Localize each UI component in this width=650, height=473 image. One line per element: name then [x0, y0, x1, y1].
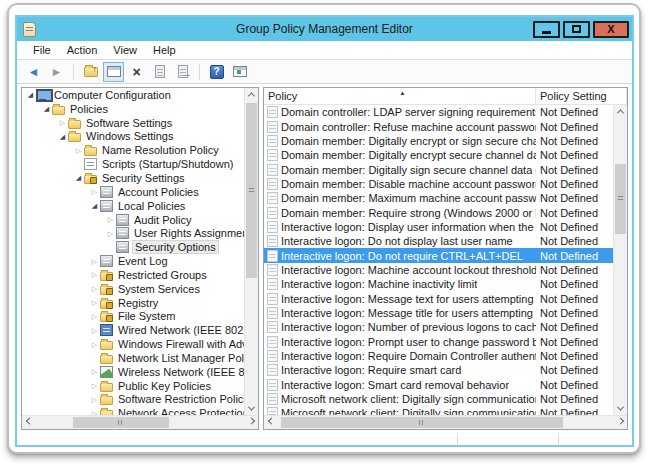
policy-row[interactable]: Interactive logon: Display user informat… [264, 220, 613, 234]
expander-collapsed-icon[interactable]: ▷ [89, 258, 100, 265]
list-hscrollbar-thumb[interactable] [281, 417, 562, 428]
tree-item[interactable]: ▷System Services [22, 282, 244, 296]
policy-row[interactable]: Interactive logon: Do not display last u… [264, 234, 613, 248]
policy-row[interactable]: Microsoft network client: Digitally sign… [264, 392, 613, 406]
policy-row[interactable]: Interactive logon: Do not require CTRL+A… [264, 248, 613, 262]
list-vertical-scrollbar[interactable] [613, 105, 627, 415]
tree-item[interactable]: ▷Public Key Policies [22, 379, 244, 393]
tree-item[interactable]: ▷Software Settings [22, 116, 244, 130]
scroll-right-button[interactable] [613, 416, 627, 429]
tree-item[interactable]: ▷Network Access Protection [22, 406, 244, 415]
expander-collapsed-icon[interactable]: ▷ [89, 368, 100, 375]
expander-collapsed-icon[interactable]: ▷ [89, 327, 100, 334]
menu-help[interactable]: Help [145, 44, 184, 56]
tree-item[interactable]: ▷Event Log [22, 254, 244, 268]
expander-collapsed-icon[interactable]: ▷ [89, 382, 100, 389]
tree-item[interactable]: ◢Security Settings [22, 171, 244, 185]
policy-row[interactable]: Domain member: Maximum machine account p… [264, 191, 613, 205]
up-one-level-button[interactable] [80, 62, 101, 82]
expander-expanded-icon[interactable]: ◢ [73, 174, 84, 181]
expander-collapsed-icon[interactable]: ▷ [89, 313, 100, 320]
scroll-down-button[interactable] [614, 402, 627, 415]
policy-row[interactable]: Interactive logon: Require Domain Contro… [264, 349, 613, 363]
tree-horizontal-scrollbar[interactable] [22, 415, 258, 429]
scroll-up-button[interactable] [245, 88, 258, 101]
policy-row[interactable]: Domain member: Disable machine account p… [264, 177, 613, 191]
policy-row[interactable]: Domain member: Digitally encrypt secure … [264, 148, 613, 162]
policy-row[interactable]: Interactive logon: Message title for use… [264, 306, 613, 320]
tree-item[interactable]: ◢Local Policies [22, 199, 244, 213]
policy-row[interactable]: Interactive logon: Message text for user… [264, 291, 613, 305]
tree-item[interactable]: ▷Wireless Network (IEEE 802.11) [22, 365, 244, 379]
scroll-up-button[interactable] [614, 105, 627, 118]
export-list-button[interactable] [172, 62, 193, 82]
policy-row[interactable]: Domain controller: LDAP server signing r… [264, 105, 613, 119]
tree-item[interactable]: Security Options [22, 240, 244, 254]
title-bar[interactable]: Group Policy Management Editor X [17, 17, 632, 41]
tree-item[interactable]: ▷Wired Network (IEEE 802.3) Poli [22, 323, 244, 337]
close-button[interactable]: X [593, 21, 629, 38]
policy-row[interactable]: Interactive logon: Machine account locko… [264, 263, 613, 277]
menu-action[interactable]: Action [59, 44, 106, 56]
menu-view[interactable]: View [105, 44, 145, 56]
tree-item[interactable]: ▷Windows Firewall with Advanc [22, 337, 244, 351]
tree-hscrollbar-thumb[interactable] [73, 417, 169, 428]
list-scrollbar-thumb[interactable] [615, 164, 626, 234]
policy-row[interactable]: Interactive logon: Smart card removal be… [264, 378, 613, 392]
tree-scrollbar-thumb[interactable] [246, 103, 257, 278]
expander-collapsed-icon[interactable]: ▷ [89, 299, 100, 306]
expander-collapsed-icon[interactable]: ▷ [89, 341, 100, 348]
expander-expanded-icon[interactable]: ◢ [89, 202, 100, 209]
tree-item[interactable]: ▷File System [22, 310, 244, 324]
policy-row[interactable]: Domain member: Digitally encrypt or sign… [264, 134, 613, 148]
expander-collapsed-icon[interactable]: ▷ [105, 216, 116, 223]
tree-item[interactable]: ▷Name Resolution Policy [22, 143, 244, 157]
tree-item[interactable]: ▷Account Policies [22, 185, 244, 199]
tree-item[interactable]: ▷Audit Policy [22, 213, 244, 227]
scroll-right-button[interactable] [244, 416, 258, 429]
policy-row[interactable]: Interactive logon: Machine inactivity li… [264, 277, 613, 291]
minimize-button[interactable] [533, 21, 560, 38]
tree-item[interactable]: ▷Registry [22, 296, 244, 310]
policy-row[interactable]: Interactive logon: Prompt user to change… [264, 335, 613, 349]
column-header-policy-setting[interactable]: Policy Setting [536, 88, 627, 104]
column-header-policy[interactable]: Policy ▲ [264, 88, 536, 104]
help-button[interactable]: ? [206, 62, 227, 82]
console-window-button[interactable] [229, 62, 250, 82]
expander-collapsed-icon[interactable]: ▷ [89, 271, 100, 278]
scroll-down-button[interactable] [245, 402, 258, 415]
list-horizontal-scrollbar[interactable] [264, 415, 627, 429]
policy-row[interactable]: Interactive logon: Require smart cardNot… [264, 363, 613, 377]
tree-item[interactable]: Network List Manager Policies [22, 351, 244, 365]
expander-collapsed-icon[interactable]: ▷ [89, 396, 100, 403]
policy-row[interactable]: Interactive logon: Number of previous lo… [264, 320, 613, 334]
policy-row[interactable]: Domain member: Digitally sign secure cha… [264, 162, 613, 176]
tree-item[interactable]: ▷User Rights Assignment [22, 226, 244, 240]
menu-file[interactable]: File [25, 44, 59, 56]
expander-expanded-icon[interactable]: ◢ [41, 105, 52, 112]
policy-row[interactable]: Domain member: Require strong (Windows 2… [264, 205, 613, 219]
scroll-left-button[interactable] [22, 416, 36, 429]
back-button[interactable]: ◄ [23, 62, 44, 82]
expander-collapsed-icon[interactable]: ▷ [57, 119, 68, 126]
expander-collapsed-icon[interactable]: ▷ [89, 410, 100, 415]
policy-row[interactable]: Microsoft network client: Digitally sign… [264, 406, 613, 415]
tree-item[interactable]: ▷Restricted Groups [22, 268, 244, 282]
scroll-left-button[interactable] [264, 416, 278, 429]
expander-collapsed-icon[interactable]: ▷ [105, 230, 116, 237]
tree-item[interactable]: ▷Software Restriction Policies [22, 393, 244, 407]
properties-button[interactable] [149, 62, 170, 82]
expander-collapsed-icon[interactable]: ▷ [89, 285, 100, 292]
tree-item[interactable]: Scripts (Startup/Shutdown) [22, 157, 244, 171]
tree-item[interactable]: ◢Windows Settings [22, 130, 244, 144]
delete-button[interactable]: × [126, 62, 147, 82]
expander-collapsed-icon[interactable]: ▷ [89, 188, 100, 195]
tree-vertical-scrollbar[interactable] [244, 88, 258, 415]
expander-expanded-icon[interactable]: ◢ [25, 91, 36, 98]
tree-item[interactable]: ◢Computer Configuration [22, 88, 244, 102]
show-console-tree-button[interactable] [103, 62, 124, 82]
forward-button[interactable]: ► [46, 62, 67, 82]
expander-collapsed-icon[interactable]: ▷ [73, 147, 84, 154]
tree-item[interactable]: ◢Policies [22, 102, 244, 116]
policy-row[interactable]: Domain controller: Refuse machine accoun… [264, 119, 613, 133]
